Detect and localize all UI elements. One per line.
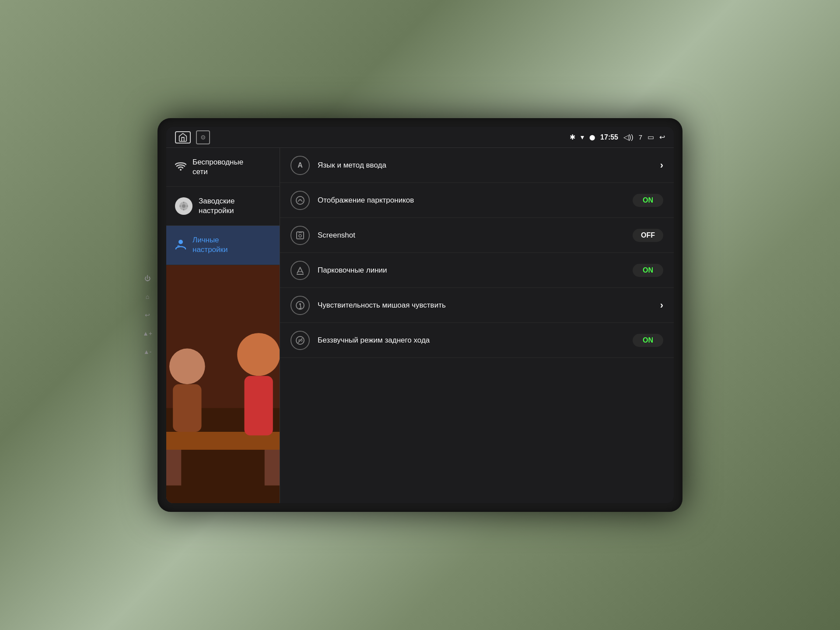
svg-point-2 [182,204,186,208]
parking-lines-label: Парковочные линии [318,266,625,275]
power-button[interactable]: ⏻ [142,273,153,284]
language-value: › [660,160,663,171]
silent-reverse-icon: P [290,331,310,350]
settings-nav-button[interactable]: ⚙ [196,130,210,144]
volume-up-button[interactable]: ▲+ [142,328,153,339]
svg-point-22 [299,234,301,237]
factory-icon [175,197,192,215]
battery-icon: ▭ [648,133,654,141]
parking-sensors-value[interactable]: ON [633,194,663,207]
sensitivity-value: › [660,300,663,311]
status-bar: ⚙ ✱ ▾ ⬤ 17:55 ◁)) 7 ▭ ↩ [166,127,674,148]
svg-point-0 [180,169,182,171]
status-bar-right: ✱ ▾ ⬤ 17:55 ◁)) 7 ▭ ↩ [570,133,665,141]
person-icon [175,238,186,252]
back-icon[interactable]: ↩ [659,133,665,141]
personal-label: Личные настройки [192,235,228,255]
screen: ⚙ ✱ ▾ ⬤ 17:55 ◁)) 7 ▭ ↩ [166,127,674,503]
svg-rect-12 [166,450,181,486]
settings-item-screenshot[interactable]: Screenshot OFF [280,218,674,253]
svg-rect-21 [297,232,304,239]
svg-rect-5 [179,206,181,206]
screenshot-toggle[interactable]: OFF [633,229,663,242]
factory-label: Заводские настройки [199,196,234,216]
parking-lines-icon [290,261,310,280]
parking-sensors-label: Отображение парктроников [318,196,625,205]
svg-point-16 [169,348,205,384]
svg-rect-3 [183,202,184,203]
thumbnail-image [166,265,280,503]
screenshot-icon [290,226,310,245]
svg-point-14 [237,333,280,376]
svg-rect-13 [265,450,280,486]
svg-rect-17 [173,384,201,432]
parking-sensors-toggle[interactable]: ON [633,194,663,207]
sensitivity-chevron-icon: › [660,300,663,311]
svg-point-8 [177,245,180,248]
svg-point-20 [296,196,304,204]
bluetooth-icon: ✱ [570,133,575,141]
settings-item-sensitivity[interactable]: Чувствительность мишоая чувствить › [280,288,674,323]
silent-reverse-toggle[interactable]: ON [633,334,663,347]
svg-point-7 [178,240,183,244]
gear-icon: ⚙ [200,134,206,141]
sidebar: Беспроводные сети Заводс [166,148,280,503]
screenshot-value[interactable]: OFF [633,229,663,242]
settings-item-language[interactable]: A Язык и метод ввода › [280,148,674,183]
home-side-button[interactable]: ⌂ [142,291,153,302]
wifi-icon [175,161,186,173]
settings-item-parking-sensors[interactable]: Отображение парктроников ON [280,183,674,218]
main-content: Беспроводные сети Заводс [166,148,674,503]
status-time: 17:55 [600,133,618,141]
wifi-status-icon: ▾ [581,133,584,141]
settings-panel: A Язык и метод ввода › [280,148,674,503]
sidebar-thumbnail [166,265,280,503]
car-frame: ⏻ ⌂ ↩ ▲+ ▲- ⚙ ✱ ▾ [158,118,682,512]
silent-reverse-value[interactable]: ON [633,334,663,347]
settings-item-parking-lines[interactable]: Парковочные линии ON [280,253,674,288]
silent-reverse-label: Беззвучный режим заднего хода [318,336,625,345]
sidebar-item-personal[interactable]: Личные настройки [166,226,280,265]
status-bar-left: ⚙ [175,130,210,144]
location-icon: ⬤ [589,134,595,140]
back-side-button[interactable]: ↩ [142,310,153,320]
svg-rect-4 [183,209,184,210]
screenshot-label: Screenshot [318,231,625,240]
sidebar-item-wireless[interactable]: Беспроводные сети [166,148,280,187]
chevron-right-icon: › [660,160,663,171]
home-nav-button[interactable] [175,131,191,144]
volume-down-button[interactable]: ▲- [142,346,153,357]
wireless-label: Беспроводные сети [192,158,243,177]
volume-level: 7 [639,133,642,141]
svg-rect-15 [244,376,273,435]
sensitivity-label: Чувствительность мишоая чувствить [318,301,652,310]
settings-item-silent-reverse[interactable]: P Беззвучный режим заднего хода ON [280,323,674,358]
sensitivity-icon [290,296,310,315]
volume-icon: ◁)) [623,133,634,141]
language-label: Язык и метод ввода [318,161,652,170]
svg-rect-6 [186,206,188,206]
sidebar-item-factory[interactable]: Заводские настройки [166,187,280,226]
parking-lines-toggle[interactable]: ON [633,264,663,277]
language-icon: A [290,156,310,175]
parking-sensors-icon [290,191,310,210]
parking-lines-value[interactable]: ON [633,264,663,277]
side-buttons: ⏻ ⌂ ↩ ▲+ ▲- [142,273,153,357]
